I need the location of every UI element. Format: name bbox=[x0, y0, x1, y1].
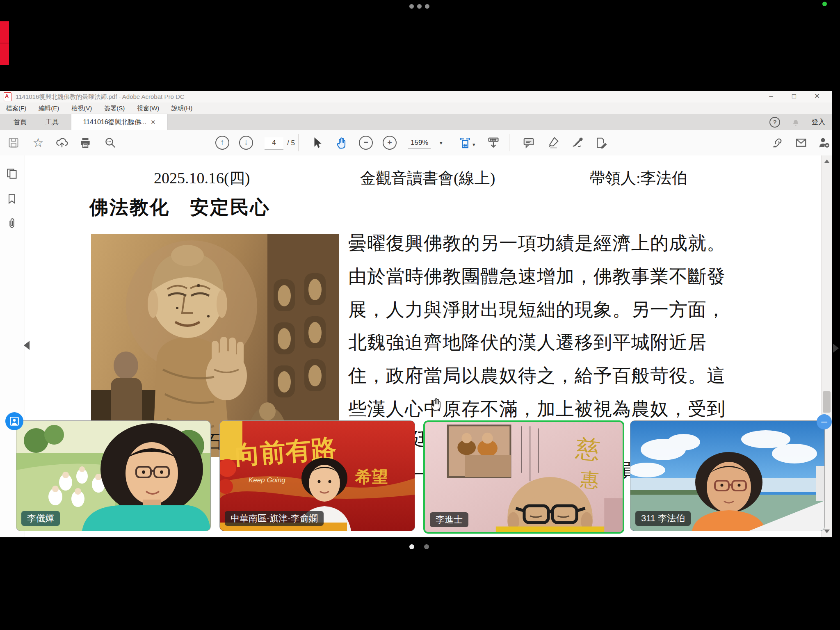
participant-name-label: 中華南區-旗津-李俞嫻 bbox=[225, 511, 324, 526]
doc-date: 2025.10.16(四) bbox=[154, 168, 250, 189]
menu-window[interactable]: 視窗(W) bbox=[131, 105, 165, 112]
video-tile-participant-2[interactable]: 向前有路 希望 Keep Going 中華南區-旗津-李俞嫻 bbox=[219, 420, 415, 531]
participant-name-label: 311 李法伯 bbox=[635, 511, 691, 526]
attachments-paperclip-icon[interactable] bbox=[6, 218, 18, 230]
page-thumbnails-icon[interactable] bbox=[6, 168, 18, 180]
doc-body-line: 住，政府當局以農奴待之，給予百般苛役。這 bbox=[348, 359, 781, 393]
hand-tool-icon[interactable] bbox=[335, 136, 349, 150]
video-tile-participant-3-active-speaker[interactable]: 慈 惠 李進士 bbox=[423, 420, 624, 534]
next-page-arrow[interactable] bbox=[833, 344, 839, 353]
svg-text:Keep Going: Keep Going bbox=[249, 476, 285, 484]
scrollbar-thumb[interactable] bbox=[823, 391, 831, 413]
reading-mode-icon[interactable] bbox=[486, 136, 500, 150]
fit-caret-icon[interactable]: ▾ bbox=[472, 142, 475, 148]
gallery-pagination-dots[interactable] bbox=[409, 544, 429, 549]
page-number-input[interactable]: 4 bbox=[265, 137, 283, 150]
tab-document[interactable]: 1141016復興北魏佛... ✕ bbox=[71, 114, 167, 130]
calligraphy-text: 慈 bbox=[574, 434, 601, 463]
doc-event-title: 金觀音讀書會(線上) bbox=[360, 168, 495, 189]
zoom-caret-icon[interactable]: ▾ bbox=[440, 140, 443, 146]
help-icon[interactable]: ? bbox=[769, 117, 780, 128]
tab-close-icon[interactable]: ✕ bbox=[151, 114, 156, 130]
title-bar: 1141016復興北魏佛教的曇曜法師.pdf - Adobe Acrobat P… bbox=[0, 91, 832, 103]
fit-width-icon[interactable] bbox=[458, 136, 472, 150]
zoom-in-icon[interactable]: + bbox=[383, 136, 397, 150]
hide-video-panel-button[interactable]: – bbox=[817, 414, 832, 429]
menu-edit[interactable]: 編輯(E) bbox=[32, 105, 65, 112]
video-tile-participant-4[interactable]: 311 李法伯 bbox=[630, 420, 825, 531]
menu-file[interactable]: 檔案(F) bbox=[0, 105, 32, 112]
window-title: 1141016復興北魏佛教的曇曜法師.pdf - Adobe Acrobat P… bbox=[16, 93, 185, 101]
page-down-icon[interactable]: ↓ bbox=[239, 136, 253, 150]
menu-help[interactable]: 說明(H) bbox=[165, 105, 199, 112]
star-icon[interactable]: ☆ bbox=[31, 136, 45, 150]
scroll-up-icon[interactable] bbox=[824, 160, 830, 163]
tab-document-label: 1141016復興北魏佛... bbox=[83, 114, 146, 130]
pagination-dot-active[interactable] bbox=[409, 544, 414, 549]
doc-leader: 帶領人:李法伯 bbox=[589, 168, 687, 189]
page-total-label: / 5 bbox=[287, 137, 295, 149]
previous-page-arrow[interactable] bbox=[24, 341, 30, 350]
save-icon[interactable] bbox=[7, 136, 21, 150]
scroll-down-icon[interactable] bbox=[824, 530, 830, 533]
status-dot bbox=[822, 2, 827, 6]
highlight-icon[interactable] bbox=[546, 136, 560, 150]
doc-body-line: 曇曜復興佛教的另一項功績是經濟上的成就。 bbox=[348, 227, 781, 260]
tab-tools[interactable]: 工具 bbox=[38, 114, 66, 130]
email-icon[interactable] bbox=[794, 136, 808, 150]
toolbar-separator bbox=[298, 134, 299, 151]
zoom-level-select[interactable]: 159% bbox=[408, 137, 431, 149]
close-button[interactable]: ✕ bbox=[806, 91, 829, 103]
doc-body-line: 由於當時佛教團體急速增加，佛教事業不斷發 bbox=[348, 260, 781, 293]
video-tile-participant-1[interactable]: 李儀嬋 bbox=[16, 420, 211, 531]
participant-name-label: 李進士 bbox=[430, 512, 468, 527]
sign-pen-icon[interactable] bbox=[571, 136, 584, 150]
comment-icon[interactable] bbox=[522, 136, 536, 150]
fill-sign-icon[interactable] bbox=[594, 136, 608, 150]
page-up-icon[interactable]: ↑ bbox=[215, 136, 229, 150]
minimize-button[interactable]: – bbox=[760, 91, 783, 103]
bookmarks-icon[interactable] bbox=[6, 193, 18, 205]
sign-in-button[interactable]: 登入 bbox=[811, 117, 828, 127]
menu-bar: 檔案(F) 編輯(E) 檢視(V) 簽署(S) 視窗(W) 說明(H) bbox=[0, 103, 832, 114]
svg-text:惠: 惠 bbox=[580, 469, 600, 491]
menu-view[interactable]: 檢視(V) bbox=[65, 105, 98, 112]
pagination-dot[interactable] bbox=[424, 544, 429, 549]
notifications-bell-icon[interactable] bbox=[791, 117, 801, 127]
add-person-icon[interactable] bbox=[817, 136, 831, 150]
print-icon[interactable] bbox=[78, 136, 92, 150]
zoom-out-icon[interactable]: − bbox=[359, 136, 373, 150]
show-video-panel-button[interactable] bbox=[5, 412, 23, 430]
tab-bar: 首頁 工具 1141016復興北魏佛... ✕ ? 登入 bbox=[0, 114, 832, 130]
search-icon[interactable] bbox=[103, 136, 117, 150]
toolbar: ☆ ↑ bbox=[0, 130, 832, 156]
tab-home[interactable]: 首頁 bbox=[6, 114, 34, 130]
doc-body-line: 北魏強迫齊地降伏的漢人遷移到平城附近居 bbox=[348, 326, 781, 359]
hand-cursor-icon bbox=[429, 396, 444, 412]
toolbar-separator bbox=[509, 134, 509, 151]
window-overlay-dots[interactable] bbox=[409, 4, 429, 9]
red-strip bbox=[0, 21, 9, 65]
svg-text:希望: 希望 bbox=[355, 468, 388, 486]
share-upload-icon[interactable] bbox=[55, 136, 69, 150]
raised-hand bbox=[206, 337, 247, 400]
share-link-icon[interactable] bbox=[770, 136, 784, 150]
select-cursor-icon[interactable] bbox=[310, 136, 324, 150]
screen: 1141016復興北魏佛教的曇曜法師.pdf - Adobe Acrobat P… bbox=[0, 0, 840, 630]
menu-sign[interactable]: 簽署(S) bbox=[98, 105, 131, 112]
participant-name-label: 李儀嬋 bbox=[21, 511, 60, 526]
doc-body-line: 展，人力與淨財出現短絀的現象。另一方面， bbox=[348, 293, 781, 326]
pdf-file-icon bbox=[4, 92, 11, 101]
doc-section-heading: 佛法教化 安定民心 bbox=[89, 195, 270, 220]
maximize-button[interactable]: □ bbox=[783, 91, 806, 103]
